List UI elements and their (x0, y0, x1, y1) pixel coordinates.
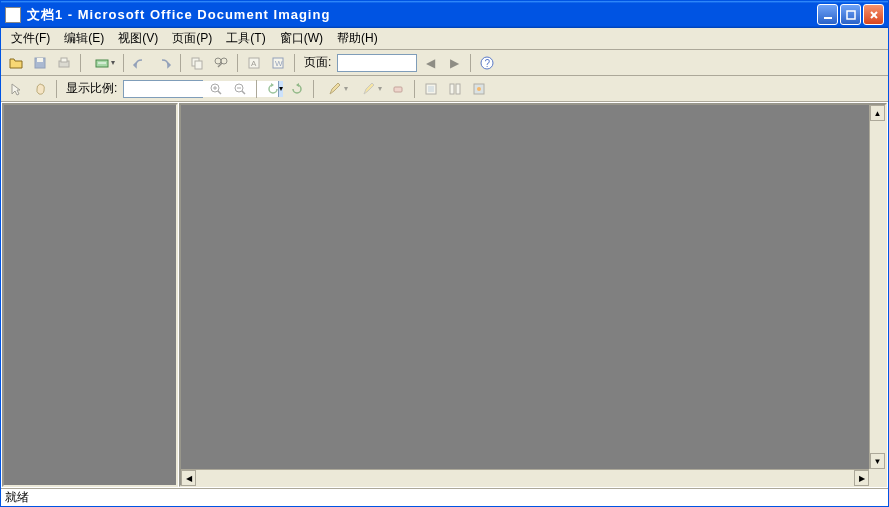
close-button[interactable] (863, 4, 884, 25)
thumbnail-view-button[interactable] (420, 78, 442, 100)
separator (414, 80, 415, 98)
svg-rect-7 (61, 58, 67, 62)
select-tool-button[interactable] (5, 78, 27, 100)
menu-edit[interactable]: 编辑(E) (58, 28, 110, 49)
zoom-out-button[interactable] (229, 78, 251, 100)
status-text: 就绪 (5, 489, 29, 506)
svg-rect-4 (35, 58, 45, 68)
separator (256, 80, 257, 98)
menu-file[interactable]: 文件(F) (5, 28, 56, 49)
vertical-scrollbar[interactable]: ▲ ▼ (869, 105, 885, 469)
svg-line-13 (218, 63, 222, 67)
svg-rect-33 (474, 84, 484, 94)
separator (313, 80, 314, 98)
svg-point-19 (481, 57, 493, 69)
svg-rect-0 (824, 17, 832, 19)
thumbnail-pane[interactable] (2, 103, 178, 487)
reading-view-button[interactable] (468, 78, 490, 100)
menubar: 文件(F) 编辑(E) 视图(V) 页面(P) 工具(T) 窗口(W) 帮助(H… (1, 28, 888, 50)
svg-rect-1 (847, 11, 855, 19)
rotate-left-button[interactable] (262, 78, 284, 100)
svg-rect-29 (426, 84, 436, 94)
svg-rect-6 (59, 61, 69, 67)
svg-rect-11 (195, 61, 202, 69)
svg-rect-32 (456, 84, 460, 94)
svg-rect-30 (428, 86, 434, 92)
page-label: 页面: (300, 54, 335, 71)
copy-button[interactable] (186, 52, 208, 74)
statusbar: 就绪 (1, 488, 888, 506)
horizontal-scrollbar[interactable]: ◀ ▶ (181, 469, 869, 485)
svg-point-12 (221, 58, 227, 64)
scroll-down-icon[interactable]: ▼ (870, 453, 885, 469)
svg-point-14 (215, 58, 221, 64)
separator (56, 80, 57, 98)
scroll-corner (869, 469, 885, 485)
menu-view[interactable]: 视图(V) (112, 28, 164, 49)
svg-rect-5 (37, 58, 43, 62)
svg-point-25 (235, 84, 243, 92)
zoom-input[interactable] (124, 81, 278, 97)
redo-button[interactable] (153, 52, 175, 74)
workspace: ▲ ▼ ◀ ▶ (1, 102, 888, 488)
svg-rect-8 (96, 60, 108, 67)
zoom-in-button[interactable] (205, 78, 227, 100)
page-input[interactable] (337, 54, 417, 72)
svg-rect-28 (394, 87, 402, 92)
document-pane[interactable]: ▲ ▼ ◀ ▶ (179, 103, 887, 487)
next-page-button[interactable]: ▶ (443, 52, 465, 74)
svg-rect-31 (450, 84, 454, 94)
find-button[interactable] (210, 52, 232, 74)
svg-line-3 (871, 12, 877, 18)
zoom-label: 显示比例: (62, 80, 121, 97)
scan-button[interactable] (86, 52, 118, 74)
svg-text:A: A (251, 59, 257, 68)
rotate-right-button[interactable] (286, 78, 308, 100)
pan-tool-button[interactable] (29, 78, 51, 100)
menu-help[interactable]: 帮助(H) (331, 28, 384, 49)
maximize-button[interactable] (840, 4, 861, 25)
separator (123, 54, 124, 72)
svg-rect-10 (192, 58, 199, 66)
standard-toolbar: A W 页面: ◀ ▶ ? (1, 50, 888, 76)
eraser-button[interactable] (387, 78, 409, 100)
print-button[interactable] (53, 52, 75, 74)
titlebar: 文档1 - Microsoft Office Document Imaging (1, 1, 888, 28)
separator (180, 54, 181, 72)
ocr-button[interactable]: A (243, 52, 265, 74)
highlighter-button[interactable] (353, 78, 385, 100)
window-title: 文档1 - Microsoft Office Document Imaging (25, 6, 817, 24)
app-icon (5, 7, 21, 23)
zoom-combo[interactable]: ▾ (123, 80, 203, 98)
scroll-up-icon[interactable]: ▲ (870, 105, 885, 121)
svg-line-22 (218, 91, 221, 94)
help-button[interactable]: ? (476, 52, 498, 74)
minimize-button[interactable] (817, 4, 838, 25)
separator (237, 54, 238, 72)
save-button[interactable] (29, 52, 51, 74)
scroll-left-icon[interactable]: ◀ (181, 470, 196, 486)
svg-text:?: ? (485, 58, 491, 69)
send-to-word-button[interactable]: W (267, 52, 289, 74)
window-controls (817, 4, 884, 25)
menu-page[interactable]: 页面(P) (166, 28, 218, 49)
menu-window[interactable]: 窗口(W) (274, 28, 329, 49)
view-toolbar: 显示比例: ▾ (1, 76, 888, 102)
pen-button[interactable] (319, 78, 351, 100)
svg-line-2 (871, 12, 877, 18)
undo-button[interactable] (129, 52, 151, 74)
svg-text:W: W (275, 59, 283, 68)
separator (294, 54, 295, 72)
page-view-button[interactable] (444, 78, 466, 100)
separator (470, 54, 471, 72)
separator (80, 54, 81, 72)
svg-line-26 (242, 91, 245, 94)
scroll-right-icon[interactable]: ▶ (854, 470, 869, 486)
svg-rect-15 (249, 58, 259, 68)
open-button[interactable] (5, 52, 27, 74)
svg-rect-17 (273, 58, 283, 68)
menu-tools[interactable]: 工具(T) (220, 28, 271, 49)
svg-point-21 (211, 84, 219, 92)
app-window: 文档1 - Microsoft Office Document Imaging … (0, 0, 889, 507)
prev-page-button[interactable]: ◀ (419, 52, 441, 74)
